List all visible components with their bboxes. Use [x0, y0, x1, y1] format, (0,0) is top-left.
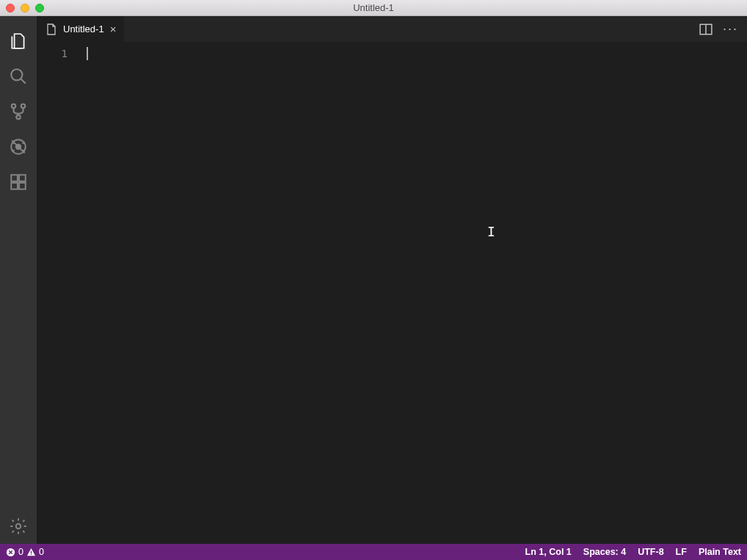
status-indentation[interactable]: Spaces: 4	[583, 547, 626, 557]
status-encoding[interactable]: UTF-8	[638, 547, 663, 557]
svg-line-1	[21, 79, 26, 84]
svg-point-3	[21, 104, 25, 108]
svg-point-0	[11, 69, 22, 80]
file-icon	[45, 23, 57, 35]
warning-icon	[26, 548, 36, 557]
text-cursor	[87, 47, 88, 60]
status-language-mode[interactable]: Plain Text	[699, 547, 741, 557]
tab-bar: Untitled-1 × ···	[37, 16, 747, 42]
status-warnings[interactable]: 0	[26, 547, 44, 557]
svg-rect-13	[11, 175, 18, 181]
activity-bar	[0, 16, 37, 544]
traffic-lights	[6, 4, 44, 12]
code-area[interactable]	[81, 42, 747, 544]
svg-point-2	[12, 104, 15, 108]
window-minimize-button[interactable]	[21, 4, 29, 12]
status-bar: 0 0 Ln 1, Col 1 Spaces: 4 UTF-8 LF Plain…	[0, 544, 747, 560]
status-cursor-position[interactable]: Ln 1, Col 1	[525, 547, 572, 557]
settings-gear-icon[interactable]	[0, 509, 37, 544]
line-number: 1	[37, 46, 68, 61]
debug-icon[interactable]	[0, 129, 37, 164]
svg-rect-14	[19, 175, 26, 181]
window-close-button[interactable]	[6, 4, 15, 12]
status-eol[interactable]: LF	[676, 547, 687, 557]
svg-rect-24	[31, 553, 32, 554]
main-area: Untitled-1 × ··· 1 I	[0, 16, 747, 544]
svg-point-4	[16, 115, 20, 119]
warnings-count: 0	[39, 547, 44, 557]
svg-rect-16	[19, 183, 26, 189]
close-icon[interactable]: ×	[110, 23, 117, 34]
errors-count: 0	[18, 547, 23, 557]
editor-surface[interactable]: 1 I	[37, 42, 747, 544]
svg-point-17	[16, 524, 21, 529]
more-actions-icon[interactable]: ···	[723, 21, 738, 37]
search-icon[interactable]	[0, 59, 37, 94]
status-errors[interactable]: 0	[6, 547, 23, 557]
editor-tab[interactable]: Untitled-1 ×	[37, 16, 125, 42]
window-maximize-button[interactable]	[35, 4, 44, 12]
line-number-gutter: 1	[37, 42, 81, 544]
extensions-icon[interactable]	[0, 164, 37, 200]
editor-group: Untitled-1 × ··· 1 I	[37, 16, 747, 544]
explorer-icon[interactable]	[0, 23, 37, 59]
svg-rect-15	[11, 183, 18, 189]
error-icon	[6, 548, 15, 557]
source-control-icon[interactable]	[0, 94, 37, 129]
titlebar: Untitled-1	[0, 0, 747, 16]
window-title: Untitled-1	[0, 2, 747, 13]
svg-rect-23	[31, 550, 32, 553]
split-editor-icon[interactable]	[699, 23, 713, 36]
tab-label: Untitled-1	[63, 23, 104, 34]
svg-point-8	[16, 145, 21, 150]
editor-actions: ···	[690, 16, 747, 42]
code-line[interactable]	[87, 46, 747, 61]
